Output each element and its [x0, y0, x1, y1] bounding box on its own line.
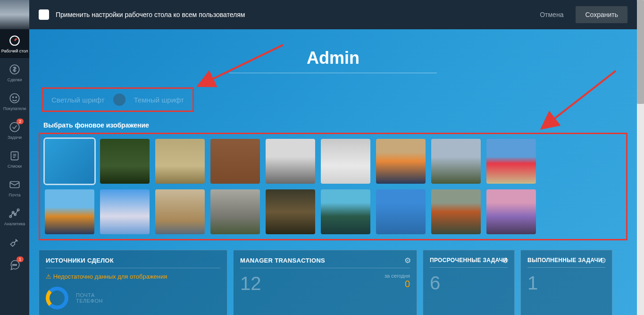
svg-point-4: [16, 97, 17, 98]
save-button[interactable]: Сохранить: [576, 6, 627, 23]
widget-sources[interactable]: ИСТОЧНИКИ СДЕЛОК Недостаточно данных для…: [39, 250, 227, 315]
nav-tasks[interactable]: 2 Задачи: [0, 116, 29, 145]
svg-point-13: [14, 264, 15, 265]
nav-lists[interactable]: Списки: [0, 145, 29, 173]
smile-icon: [8, 92, 21, 105]
nav-label: Аналитика: [4, 221, 25, 226]
topbar: Применить настройки рабочего стола ко вс…: [29, 0, 637, 29]
badge: 2: [17, 119, 24, 124]
gear-icon[interactable]: ⚙: [600, 256, 606, 265]
widget-title: ВЫПОЛНЕННЫЕ ЗАДАЧИ: [527, 257, 605, 268]
main-content: Admin Светлый шрифт Темный шрифт Выбрать…: [29, 29, 637, 315]
apply-all-checkbox[interactable]: [39, 9, 49, 20]
font-toggle-highlight: Светлый шрифт Темный шрифт: [42, 87, 194, 112]
dark-font-label: Темный шрифт: [134, 96, 184, 104]
nav-label: Задачи: [8, 135, 22, 140]
svg-point-12: [13, 264, 14, 265]
bg-grid-highlight: [39, 133, 627, 240]
svg-rect-7: [10, 182, 19, 188]
font-toggle[interactable]: [113, 94, 125, 106]
widget-value: 6: [430, 272, 508, 294]
widget-value: 12: [240, 273, 261, 294]
bg-thumb-3[interactable]: [210, 139, 260, 184]
gear-icon[interactable]: ⚙: [404, 256, 411, 265]
widget-overdue[interactable]: ⚙ ПРОСРОЧЕННЫЕ ЗАДАЧИ 6: [423, 250, 515, 315]
legend-phone: ТЕЛЕФОН: [76, 298, 103, 304]
wrench-icon: [8, 236, 21, 249]
bg-thumb-0[interactable]: [45, 139, 94, 184]
donut-icon: [46, 287, 68, 309]
nav-dashboard[interactable]: Рабочий стол: [0, 29, 29, 58]
bg-thumb-15[interactable]: [376, 189, 426, 234]
bg-thumb-9[interactable]: [45, 189, 94, 234]
bg-thumb-13[interactable]: [266, 189, 315, 234]
widget-value: 1: [527, 272, 605, 294]
bg-thumb-1[interactable]: [100, 139, 150, 184]
widget-sub-label: за сегодня: [385, 273, 410, 279]
svg-point-2: [10, 94, 19, 103]
cancel-button[interactable]: Отмена: [531, 6, 572, 23]
bg-thumb-12[interactable]: [210, 189, 260, 234]
nav-label: Почта: [9, 193, 21, 197]
nav-deals[interactable]: Сделки: [0, 58, 29, 87]
page-title: Admin: [39, 39, 627, 73]
widgets-row: ИСТОЧНИКИ СДЕЛОК Недостаточно данных для…: [39, 250, 627, 315]
bg-thumb-8[interactable]: [486, 139, 536, 184]
bg-thumb-2[interactable]: [155, 139, 205, 184]
logo: [0, 0, 29, 29]
svg-point-3: [13, 97, 14, 98]
nav-label: Рабочий стол: [1, 49, 28, 53]
widget-title: MANAGER TRANSACTIONS: [240, 257, 410, 268]
bg-section-label: Выбрать фоновое изображение: [43, 121, 627, 129]
badge: 1: [17, 256, 24, 262]
bg-thumb-11[interactable]: [155, 189, 205, 234]
widget-sub: за сегодня 0: [385, 273, 410, 289]
bg-thumb-5[interactable]: [321, 139, 370, 184]
bg-thumb-14[interactable]: [321, 189, 370, 234]
list-icon: [8, 149, 21, 162]
widget-today-value: 0: [385, 279, 410, 289]
svg-point-8: [9, 215, 11, 217]
svg-point-14: [16, 264, 17, 265]
nav-analytics[interactable]: Аналитика: [0, 202, 29, 231]
gear-icon[interactable]: ⚙: [502, 256, 509, 265]
bg-thumb-7[interactable]: [431, 139, 481, 184]
bg-thumb-17[interactable]: [486, 189, 536, 234]
nav-chat[interactable]: 1: [0, 254, 29, 276]
sidebar: Рабочий стол Сделки Покупатели 2 Задачи …: [0, 0, 29, 315]
scrollbar[interactable]: [637, 0, 644, 315]
mail-icon: [8, 178, 21, 191]
nav-mail[interactable]: Почта: [0, 173, 29, 202]
apply-all-label: Применить настройки рабочего стола ко вс…: [56, 11, 531, 18]
bg-grid: [45, 139, 621, 234]
dollar-icon: [8, 63, 21, 76]
widget-done[interactable]: ⚙ ВЫПОЛНЕННЫЕ ЗАДАЧИ 1: [520, 250, 612, 315]
nav-buyers[interactable]: Покупатели: [0, 87, 29, 116]
bg-thumb-10[interactable]: [100, 189, 150, 234]
nav-label: Сделки: [8, 77, 22, 82]
light-font-label: Светлый шрифт: [51, 96, 105, 104]
bg-thumb-16[interactable]: [431, 189, 481, 234]
nav-label: Покупатели: [3, 106, 26, 111]
nav-settings[interactable]: [0, 231, 29, 254]
bg-thumb-6[interactable]: [376, 139, 426, 184]
widget-title: ПРОСРОЧЕННЫЕ ЗАДАЧИ: [430, 257, 508, 268]
chart-icon: [8, 207, 21, 220]
scrollbar-thumb[interactable]: [637, 0, 644, 104]
widget-warning: Недостаточно данных для отображения: [46, 273, 220, 280]
legend-mail: ПОЧТА: [76, 292, 103, 298]
widget-transactions[interactable]: ⚙ MANAGER TRANSACTIONS 12 за сегодня 0: [233, 250, 417, 315]
gauge-icon: [8, 34, 21, 47]
title-underline: [229, 73, 437, 73]
nav-label: Списки: [8, 164, 22, 169]
bg-thumb-4[interactable]: [266, 139, 315, 184]
widget-title: ИСТОЧНИКИ СДЕЛОК: [46, 257, 220, 268]
